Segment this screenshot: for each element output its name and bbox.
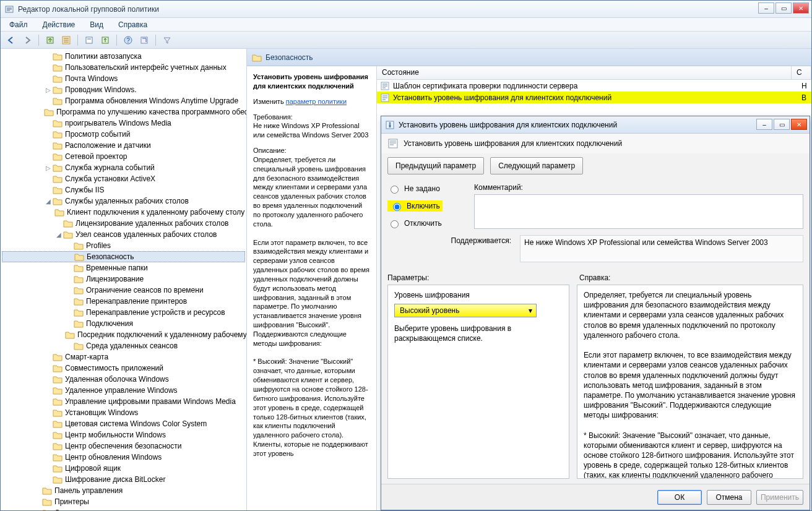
tree-item[interactable]: Сетевой проектор [2,151,245,162]
radio-enabled-input[interactable] [393,203,401,211]
tree-item[interactable]: Программа обновления Windows Anytime Upg… [2,95,245,106]
tree-item[interactable]: Посредник подключений к удаленному рабоч… [2,329,245,340]
forward-button[interactable] [20,33,34,47]
tree-item[interactable]: Перенаправление принтеров [2,296,245,307]
expander-icon[interactable]: ▷ [44,165,53,171]
content-title: Безопасность [266,53,313,62]
tree-item[interactable]: Среда удаленных сеансов [2,340,245,351]
col-state[interactable]: Состояние [377,66,792,79]
folder-icon [53,97,63,105]
menu-help[interactable]: Справка [112,19,153,30]
minimize-button[interactable]: – [758,2,774,14]
tree-item[interactable]: Программа по улучшению качества программ… [2,106,245,118]
ok-button[interactable]: ОК [657,490,702,505]
previous-setting-button[interactable]: Предыдущий параметр [387,157,484,174]
params-label: Параметры: [387,273,569,282]
tree-item[interactable]: Удаленное управление Windows [2,385,245,396]
radio-enabled[interactable]: Включить [387,200,443,212]
maximize-button[interactable]: ▭ [775,2,792,14]
properties-button[interactable] [82,33,96,47]
folder-icon [53,375,63,384]
tree-item[interactable]: Profiles [2,240,245,251]
expander-icon[interactable]: ▷ [33,510,42,511]
radio-disabled[interactable]: Отключить [387,218,462,229]
menu-view[interactable]: Вид [84,19,110,30]
tree-item[interactable]: Управление цифровыми правами Windows Med… [2,396,245,407]
dialog-close-button[interactable]: ✕ [791,119,807,130]
tree-item[interactable]: Ограничение сеансов по времени [2,285,245,296]
edit-policy-link[interactable]: параметр политики [286,98,347,105]
dialog-titlebar[interactable]: Установить уровень шифрования для клиент… [381,116,810,134]
expander-icon[interactable]: ◢ [44,198,53,205]
dialog-minimize-button[interactable]: – [756,119,772,130]
cancel-button[interactable]: Отмена [707,490,751,505]
close-button[interactable]: ✕ [793,2,809,14]
tree-item[interactable]: ▷Служба журнала событий [2,162,245,173]
tree-item[interactable]: Службы IIS [2,184,245,195]
tree-item[interactable]: Удаленная оболочка Windows [2,374,245,385]
encryption-level-select[interactable]: Высокий уровень ▾ [394,304,537,317]
filter-button[interactable] [160,33,174,47]
list-row[interactable]: Шаблон сертификата проверки подлинности … [377,80,811,92]
tree-item[interactable]: Центр обеспечения безопасности [2,440,245,452]
up-button[interactable] [43,33,57,47]
radio-disabled-input[interactable] [391,220,399,228]
tree-item[interactable]: Пользовательский интерфейс учетных данны… [2,62,245,73]
tree-item[interactable]: Панель управления [2,485,245,496]
tree-item[interactable]: Перенаправление устройств и ресурсов [2,307,245,318]
tree-item[interactable]: Установщик Windows [2,407,245,418]
tree-item[interactable]: ◢Узел сеансов удаленных рабочих столов [2,229,245,240]
tree-item[interactable]: Смарт-карта [2,351,245,363]
tree-item[interactable]: Временные папки [2,262,245,273]
folder-icon [74,264,84,272]
expander-icon[interactable]: ◢ [54,231,63,238]
list-header: Состояние С [377,66,811,80]
encryption-level-hint: Выберите уровень шифрования в раскрывающ… [394,324,563,343]
tree-item[interactable]: Просмотр событий [2,129,245,140]
dialog-maximize-button[interactable]: ▭ [774,119,790,130]
tree-item[interactable]: проигрыватель Windows Media [2,118,245,129]
folder-icon [53,464,63,473]
tree-item[interactable]: ▷Проводник Windows. [2,84,245,95]
row-label: Шаблон сертификата проверки подлинности … [393,82,798,90]
help-button[interactable]: ? [121,33,135,47]
help-box[interactable]: Определяет, требуется ли специальный уро… [577,285,803,479]
tree-item[interactable]: ◢Службы удаленных рабочих столов [2,195,245,207]
tree-item[interactable]: Клиент подключения к удаленному рабочему… [2,207,245,218]
dialog-bottom: ОК Отмена Применить [381,484,810,510]
menu-file[interactable]: Файл [3,19,34,30]
tree-item[interactable]: Лицензирование [2,273,245,285]
tree-item[interactable]: Почта Windows [2,73,245,84]
folder-icon [53,85,63,94]
tree-item[interactable]: Совместимость приложений [2,363,245,374]
next-setting-button[interactable]: Следующий параметр [490,157,583,174]
tree-item[interactable]: Шифрование диска BitLocker [2,474,245,485]
list-row[interactable]: Установить уровень шифрования для клиент… [377,92,811,103]
folder-icon [53,197,63,205]
tree-item[interactable]: Центр мобильности Windows [2,429,245,440]
tree-item[interactable]: Лицензирование удаленных рабочих столов [2,218,245,229]
refresh-button[interactable] [137,33,151,47]
radio-not-configured[interactable]: Не задано [387,183,462,194]
tree-pane[interactable]: Политики автозапускаПользовательский инт… [1,49,247,510]
menu-action[interactable]: Действие [37,19,82,30]
expander-icon[interactable]: ▷ [44,87,53,93]
radio-not-configured-input[interactable] [391,186,399,194]
tree-item[interactable]: Политики автозапуска [2,51,245,62]
show-list-button[interactable] [59,33,73,47]
folder-icon [65,330,75,339]
tree-item[interactable]: Цифровой ящик [2,463,245,474]
comment-textarea[interactable] [474,194,803,229]
tree-item[interactable]: ▷Сеть [2,507,245,510]
tree-item[interactable]: Центр обновления Windows [2,452,245,463]
tree-item[interactable]: Цветовая система Windows Color System [2,418,245,429]
col-c2[interactable]: С [792,66,811,79]
tree-item[interactable]: Расположение и датчики [2,140,245,151]
tree-item[interactable]: Принтеры [2,496,245,507]
export-list-button[interactable] [98,33,112,47]
tree-item[interactable]: Подключения [2,318,245,329]
back-button[interactable] [4,33,18,47]
apply-button[interactable]: Применить [756,490,803,505]
tree-item[interactable]: Служба установки ActiveX [2,173,245,184]
tree-item[interactable]: Безопасность [2,251,245,262]
